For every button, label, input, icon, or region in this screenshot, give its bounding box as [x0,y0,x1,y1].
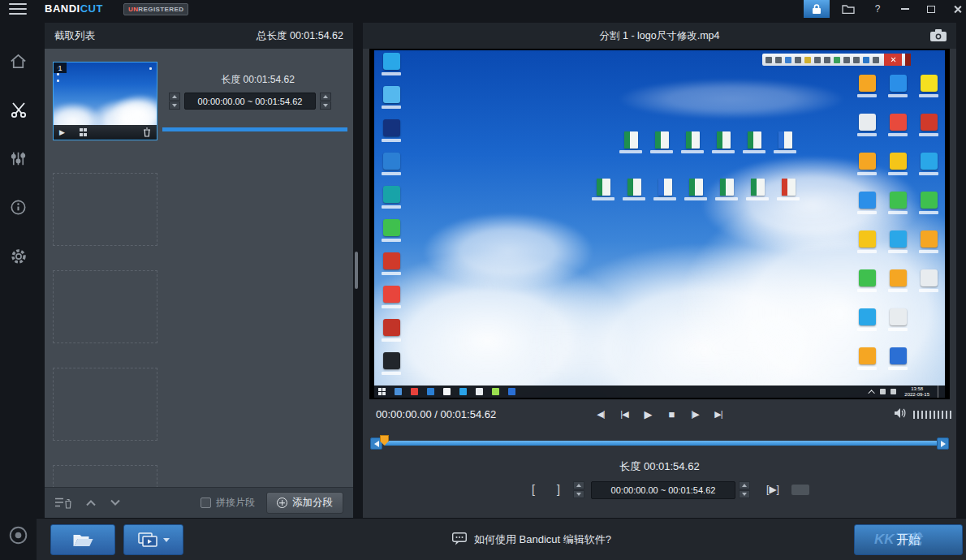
unregistered-badge: UNREGISTERED [123,3,188,15]
segment-delete-icon[interactable] [143,127,151,137]
app-logo: BANDICUT [45,2,103,15]
sidebar [0,18,37,560]
snapshot-camera-icon[interactable] [930,29,947,44]
video-title: 分割 1 - logo尺寸修改.mp4 [600,29,720,43]
open-file-button[interactable] [50,524,115,555]
frame-forward-button[interactable]: ▶| [709,405,728,424]
volume-area [894,407,952,422]
empty-segment-slot [53,368,157,441]
add-segment-button[interactable]: 添加分段 [266,492,343,514]
bottom-bar: 如何使用 Bandicut 编辑软件? KK下载 开始 [37,518,966,560]
settings-gear-icon[interactable] [7,245,29,267]
cut-list-header: 截取列表 总长度 00:01:54.62 [45,23,353,49]
plus-icon [277,498,287,508]
selection-length-label: 长度 00:01:54.62 [363,459,956,474]
lock-icon [812,3,822,15]
seek-track[interactable] [384,441,942,446]
maximize-button[interactable] [921,0,942,18]
video-frames-icon [138,532,157,547]
cut-list-title: 截取列表 [54,29,95,43]
range-end-spinner[interactable] [739,481,750,498]
video-frame: 13:58 2022-09-15 [374,50,945,398]
move-up-icon[interactable] [85,499,97,506]
segment-play-icon[interactable]: ▶ [59,129,65,136]
thumbnail-image [54,62,157,125]
playback-controls: ◀| |◀ ▶ ■ |▶ ▶| [591,405,728,424]
segment-progress-bar [162,127,347,131]
taskbar-icons [378,388,515,395]
tray-network-icon [880,389,886,394]
segment-thumbnail[interactable]: 1 ▶ [53,62,157,140]
repeat-toggle[interactable] [791,485,809,495]
show-desktop-sliver [938,386,941,398]
open-file-icon[interactable] [838,0,859,18]
record-icon[interactable] [7,524,29,546]
cut-list-scrollbar[interactable] [355,252,358,289]
close-button[interactable] [947,0,966,18]
segment-end-spinner[interactable] [320,93,331,110]
seek-bar [363,433,956,454]
tray-caret-icon [869,390,875,396]
taskbar-tray: 13:58 2022-09-15 [870,386,941,398]
frame-back-button[interactable]: ◀| [591,405,610,424]
segment-length-label: 长度 00:01:54.62 [166,73,349,87]
title-bar: BANDICUT UNREGISTERED ? [0,0,966,18]
empty-segment-slot [53,173,157,246]
join-segments-checkbox[interactable] [201,498,211,508]
seek-right-button[interactable] [937,437,949,450]
segment-grid-icon[interactable] [80,128,88,136]
left-arrow-icon [374,441,379,447]
cut-list-toolbar: 拼接片段 添加分段 [45,487,353,518]
segment-item[interactable]: 1 ▶ 长度 00:01:54.62 00:00:00.00 ~ 00:01:5… [45,49,353,166]
tray-volume-icon [891,389,896,394]
volume-level-bars[interactable] [913,411,952,419]
home-icon[interactable] [7,50,29,72]
transport-bar: 00:00:00.00 / 00:01:54.62 ◀| |◀ ▶ ■ |▶ ▶… [363,403,956,427]
right-arrow-icon [941,441,946,447]
help-link[interactable]: 如何使用 Bandicut 编辑软件? [452,519,611,560]
info-icon[interactable] [7,196,29,218]
menu-icon[interactable] [9,3,27,15]
help-icon[interactable]: ? [867,0,888,18]
segment-range-field[interactable]: 00:00:00.00 ~ 00:01:54.62 [184,93,316,110]
play-segment-button[interactable]: [▶] [759,480,787,498]
step-forward-button[interactable]: |▶ [685,405,705,424]
video-stage[interactable]: 13:58 2022-09-15 [369,49,950,399]
logo-text-cut: CUT [80,2,103,15]
range-start-spinner[interactable] [573,481,584,498]
set-start-bracket-button[interactable]: [ [525,480,541,498]
play-button[interactable]: ▶ [638,405,658,424]
segment-start-spinner[interactable] [169,93,180,110]
open-folder-icon [72,532,94,548]
taskbar-clock: 13:58 2022-09-15 [904,386,929,398]
step-back-button[interactable]: |◀ [615,405,634,424]
total-length-label: 总长度 00:01:54.62 [257,29,343,43]
help-text: 如何使用 Bandicut 编辑软件? [474,532,611,547]
add-segment-label: 添加分段 [292,496,333,510]
stop-button[interactable]: ■ [662,405,681,424]
chat-icon [452,532,467,548]
segment-number: 1 [54,62,67,73]
playback-time: 00:00:00.00 / 00:01:54.62 [376,408,496,420]
clear-list-icon[interactable] [54,497,72,510]
empty-segment-slot [53,270,157,343]
annotation-toolbar [762,54,911,66]
audio-icon[interactable] [7,148,29,170]
register-lock-button[interactable] [804,0,830,18]
selection-range-bar: [ ] 00:00:00.00 ~ 00:01:54.62 [▶] [363,479,956,503]
selection-range-field[interactable]: 00:00:00.00 ~ 00:01:54.62 [591,481,735,499]
minimize-button[interactable] [895,0,916,18]
logo-text-bandi: BANDI [45,2,80,15]
player-header: 分割 1 - logo尺寸修改.mp4 [363,23,956,49]
cut-scissors-icon[interactable] [7,99,29,121]
speaker-icon[interactable] [894,407,907,422]
start-button[interactable]: 开始 [854,524,963,555]
cut-list-panel: 截取列表 总长度 00:01:54.62 1 ▶ [45,23,353,518]
move-down-icon[interactable] [110,499,121,506]
close-icon [953,5,962,14]
set-end-bracket-button[interactable]: ] [550,480,567,498]
dropdown-caret-icon [163,538,170,542]
output-format-button[interactable] [123,524,183,555]
bandicut-window: BANDICUT UNREGISTERED ? [0,0,966,560]
player-panel: 分割 1 - logo尺寸修改.mp4 [363,23,956,518]
